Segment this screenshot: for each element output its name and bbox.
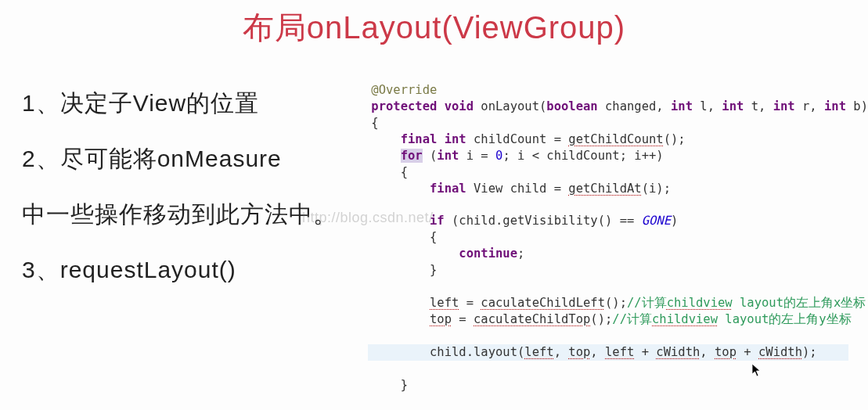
arg-top: top <box>568 345 590 359</box>
txt: View child = <box>466 182 569 196</box>
txt: ; <box>517 246 524 261</box>
brace: } <box>371 263 437 277</box>
code-annotation: @Override <box>371 83 437 97</box>
call-calcTop: caculateChildTop <box>474 312 590 326</box>
param: l, <box>693 99 722 113</box>
code-column: @Override protected void onLayout(boolea… <box>371 57 868 394</box>
var-top: top <box>430 312 452 326</box>
call-calcLeft: caculateChildLeft <box>481 296 605 310</box>
method-name: onLayout( <box>474 99 546 113</box>
txt: child.layout( <box>371 345 524 359</box>
txt: (); <box>664 132 686 146</box>
bullet-list: 1、决定子View的位置 2、尽可能将onMeasure 中一些操作移动到此方法… <box>0 57 371 394</box>
const-gone: GONE <box>642 214 671 228</box>
bullet-1: 1、决定子View的位置 <box>22 81 371 125</box>
txt: (child.getVisibility() == <box>445 214 642 228</box>
kw-final: final <box>401 132 438 146</box>
kw-continue: continue <box>459 246 517 261</box>
bullet-3: 3、requestLayout() <box>22 247 371 292</box>
brace: { <box>371 230 437 244</box>
param: t, <box>744 99 773 113</box>
txt: ; i < childCount; i++) <box>502 149 663 163</box>
kw-for: for <box>401 149 423 163</box>
code-block: @Override protected void onLayout(boolea… <box>371 82 868 394</box>
txt: (); <box>590 312 612 326</box>
num-zero: 0 <box>495 149 502 163</box>
txt: (i); <box>642 182 671 196</box>
kw-protected: protected <box>371 99 437 113</box>
param: changed, <box>598 99 671 113</box>
txt: = <box>459 296 481 310</box>
param: b) <box>846 99 868 113</box>
slide-title: 布局onLayout(ViewGroup) <box>0 0 868 57</box>
content-row: 1、决定子View的位置 2、尽可能将onMeasure 中一些操作移动到此方法… <box>0 57 868 394</box>
arg-cwidth: cWidth <box>656 345 700 359</box>
slide: 布局onLayout(ViewGroup) 1、决定子View的位置 2、尽可能… <box>0 0 868 410</box>
kw-int: int <box>437 149 459 163</box>
call-getChildCount: getChildCount <box>568 132 663 146</box>
kw-final: final <box>430 182 466 196</box>
kw-int: int <box>445 132 466 146</box>
arg-cwidth2: cWidth <box>758 345 802 359</box>
comment-top: //计算childview layout的左上角y坐标 <box>612 312 851 326</box>
kw-int: int <box>824 99 846 113</box>
highlighted-line: child.layout(left, top, left + cWidth, t… <box>368 344 848 361</box>
brace: { <box>371 116 378 130</box>
arg-left: left <box>524 345 553 359</box>
call-getChildAt: getChildAt <box>568 182 641 196</box>
txt: ( <box>423 149 438 163</box>
kw-int: int <box>773 99 795 113</box>
comment-left: //计算childview layout的左上角x坐标 <box>627 296 866 310</box>
arg-top2: top <box>715 345 737 359</box>
kw-int: int <box>671 99 693 113</box>
bullet-2b: 中一些操作移动到此方法中。 <box>22 192 371 236</box>
brace: } <box>371 378 408 392</box>
txt: i = <box>459 149 495 163</box>
arg-left2: left <box>605 345 634 359</box>
txt: (); <box>605 296 627 310</box>
kw-boolean: boolean <box>546 99 597 113</box>
txt: = <box>452 312 474 326</box>
kw-void: void <box>445 99 474 113</box>
brace: { <box>371 165 408 179</box>
kw-int: int <box>722 99 744 113</box>
txt: ) <box>671 214 678 228</box>
bullet-2a: 2、尽可能将onMeasure <box>22 136 371 181</box>
var-left: left <box>430 296 459 310</box>
param: r, <box>795 99 824 113</box>
kw-if: if <box>371 214 444 228</box>
txt: childCount = <box>466 132 569 146</box>
